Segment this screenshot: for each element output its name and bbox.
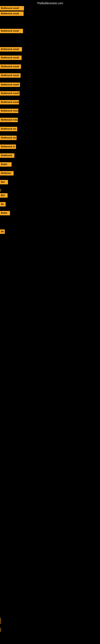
bottleneck-badge: Bottleneck result bbox=[0, 91, 20, 96]
bottleneck-badge: Bottle bbox=[0, 162, 12, 167]
bottleneck-badge: Bottleneck bbox=[0, 153, 14, 158]
site-title: TheBottlenecker.com bbox=[37, 2, 63, 5]
bottleneck-badge: Bot bbox=[0, 193, 8, 198]
bottleneck-badge: Bottleneck res bbox=[0, 127, 17, 131]
bottleneck-badge: Bottleneck result bbox=[0, 56, 22, 60]
bottleneck-badge: Bottleneck result bbox=[0, 82, 20, 87]
bottleneck-badge: Bottleneck result bbox=[0, 47, 22, 52]
vertical-line bbox=[0, 618, 1, 624]
bottleneck-badge: Bottleneck result bbox=[0, 73, 21, 78]
bottleneck-badge: Bo bbox=[0, 202, 6, 206]
bottleneck-badge: Bottleneck res bbox=[0, 136, 17, 140]
bottleneck-badge: Bottleneck resu bbox=[0, 118, 18, 122]
bottleneck-badge: Bottleneck result bbox=[0, 29, 23, 33]
vertical-line bbox=[0, 189, 1, 192]
vertical-line bbox=[0, 628, 1, 632]
bottleneck-badge: Bo bbox=[0, 230, 5, 234]
bottleneck-badge: Bottleneck result bbox=[0, 100, 19, 104]
bottleneck-badge: Bottleneck result bbox=[0, 64, 21, 69]
bottleneck-badge: Bottleneck result bbox=[0, 12, 24, 16]
bottleneck-badge: Bottleneck result bbox=[0, 6, 24, 10]
bottleneck-badge: Bottlenec bbox=[0, 171, 14, 176]
bottleneck-badge: Bottle bbox=[0, 211, 10, 215]
bottleneck-badge: Bottleneck re bbox=[0, 144, 16, 149]
bottleneck-badge: Bot bbox=[0, 180, 8, 184]
bottleneck-badge: Bottleneck result bbox=[0, 109, 18, 113]
